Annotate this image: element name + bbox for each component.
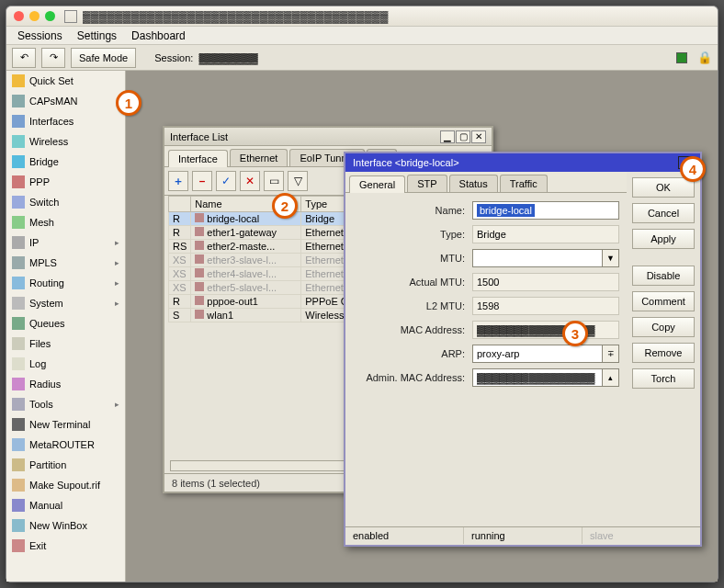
sidebar-item-new-terminal[interactable]: New Terminal — [6, 414, 125, 435]
sidebar-item-switch[interactable]: Switch — [6, 192, 125, 212]
interface-dialog-titlebar[interactable]: Interface <bridge-local> ▢ — [345, 153, 700, 172]
sidebar-item-quick-set[interactable]: Quick Set — [6, 71, 125, 91]
remove-button[interactable]: Remove — [632, 343, 695, 363]
sidebar-item-metarouter[interactable]: MetaROUTER — [6, 435, 125, 455]
copy-button[interactable]: Copy — [632, 317, 695, 337]
sidebar-item-queues[interactable]: Queues — [6, 313, 125, 334]
row-name: pppoe-out1 — [191, 295, 301, 309]
tab-status[interactable]: Status — [449, 175, 498, 192]
torch-button[interactable]: Torch — [632, 368, 695, 389]
tab-traffic[interactable]: Traffic — [500, 175, 548, 192]
menu-settings[interactable]: Settings — [77, 29, 117, 42]
sidebar-icon — [12, 479, 25, 492]
main-area: Quick SetCAPsMANInterfacesWirelessBridge… — [6, 71, 718, 582]
chevron-right-icon: ▸ — [115, 299, 119, 308]
add-button[interactable]: ＋ — [168, 171, 188, 191]
comment-button[interactable]: Comment — [632, 291, 695, 311]
arp-select[interactable]: proxy-arp — [472, 345, 603, 363]
sidebar-item-routing[interactable]: Routing▸ — [6, 273, 125, 293]
sidebar-item-tools[interactable]: Tools▸ — [6, 394, 125, 414]
sidebar-item-system[interactable]: System▸ — [6, 293, 125, 313]
sidebar-icon — [12, 438, 25, 451]
sidebar-title: RouterOS WinBox — [6, 479, 8, 576]
safe-mode-button[interactable]: Safe Mode — [71, 48, 136, 68]
sidebar-item-label: MPLS — [29, 257, 57, 268]
name-label: Name: — [353, 205, 472, 216]
sidebar-item-radius[interactable]: Radius — [6, 374, 125, 394]
annotation-badge-1: 1 — [116, 90, 141, 116]
sidebar-item-ip[interactable]: IP▸ — [6, 232, 125, 253]
tab-general[interactable]: General — [349, 175, 405, 193]
arp-dropdown-icon[interactable]: ∓ — [603, 345, 619, 363]
zoom-window-icon[interactable] — [45, 11, 55, 21]
sidebar-item-partition[interactable]: Partition — [6, 455, 125, 475]
sidebar-item-exit[interactable]: Exit — [6, 536, 125, 556]
cancel-button[interactable]: Cancel — [632, 203, 695, 223]
menu-sessions[interactable]: Sessions — [17, 29, 62, 42]
admin-mac-input[interactable]: ▓▓▓▓▓▓▓▓▓▓▓▓▓▓▓▓ — [472, 368, 603, 387]
interface-type-icon — [195, 296, 204, 305]
mtu-dropdown-icon[interactable]: ▼ — [603, 249, 619, 267]
chevron-right-icon: ▸ — [115, 258, 119, 267]
sidebar-item-new-winbox[interactable]: New WinBox — [6, 515, 125, 536]
sidebar-icon — [12, 357, 25, 370]
list-max-icon[interactable]: ▢ — [456, 130, 470, 143]
tab-ethernet[interactable]: Ethernet — [230, 149, 288, 166]
interface-type-icon — [195, 282, 204, 291]
interface-type-icon — [195, 268, 204, 277]
mtu-input[interactable] — [472, 249, 603, 267]
col-flag[interactable] — [169, 197, 191, 212]
sidebar-icon — [12, 115, 25, 128]
sidebar-item-make-supout-rif[interactable]: Make Supout.rif — [6, 475, 125, 495]
sidebar-icon — [12, 378, 25, 390]
l2-mtu-label: L2 MTU: — [353, 300, 472, 311]
remove-button[interactable]: － — [192, 171, 212, 191]
tab-stp[interactable]: STP — [407, 175, 447, 192]
annotation-badge-2: 2 — [272, 193, 298, 219]
sidebar-item-capsman[interactable]: CAPsMAN — [6, 91, 125, 111]
enable-button[interactable]: ✓ — [216, 171, 236, 191]
list-min-icon[interactable]: ▁ — [440, 130, 455, 143]
disable-button[interactable]: Disable — [632, 266, 695, 286]
filter-button[interactable]: ▽ — [288, 171, 308, 191]
minimize-window-icon[interactable] — [29, 11, 40, 21]
sidebar-icon — [12, 458, 25, 471]
interface-dialog: Interface <bridge-local> ▢ General STP S… — [344, 152, 702, 547]
interface-list-titlebar[interactable]: Interface List ▁ ▢ ✕ — [164, 128, 492, 146]
redo-button[interactable]: ↷ — [41, 48, 65, 68]
titlebar[interactable]: ▓▓▓▓▓▓▓▓▓▓▓▓▓▓▓▓▓▓▓▓▓▓▓▓▓▓▓▓▓▓▓▓▓▓▓▓▓▓ — [6, 6, 718, 27]
sidebar-item-files[interactable]: Files — [6, 334, 125, 354]
status-indicator-icon — [676, 52, 687, 63]
sidebar-item-label: Files — [29, 338, 51, 349]
sidebar-item-label: Tools — [29, 399, 53, 410]
list-close-icon[interactable]: ✕ — [471, 130, 486, 143]
sidebar-item-mesh[interactable]: Mesh — [6, 212, 125, 232]
sidebar-item-manual[interactable]: Manual — [6, 495, 125, 515]
sidebar-item-mpls[interactable]: MPLS▸ — [6, 253, 125, 273]
row-flag: R — [169, 295, 191, 309]
sidebar-item-interfaces[interactable]: Interfaces — [6, 111, 125, 131]
mac-label: MAC Address: — [353, 324, 472, 335]
row-name: ether2-maste... — [191, 240, 301, 254]
disable-button[interactable]: ✕ — [240, 171, 260, 191]
sidebar-icon — [12, 519, 25, 532]
sidebar-item-label: Routing — [29, 277, 64, 288]
name-input[interactable]: bridge-local — [472, 201, 619, 220]
sidebar-item-log[interactable]: Log — [6, 354, 125, 374]
sidebar-item-bridge[interactable]: Bridge — [6, 152, 125, 172]
tab-interface[interactable]: Interface — [168, 150, 228, 167]
row-name: ether5-slave-l... — [191, 281, 301, 295]
sidebar-item-wireless[interactable]: Wireless — [6, 131, 125, 152]
apply-button[interactable]: Apply — [632, 229, 695, 249]
comment-button[interactable]: ▭ — [264, 171, 284, 191]
close-window-icon[interactable] — [14, 11, 24, 21]
admin-mac-collapse-icon[interactable]: ▴ — [603, 368, 619, 387]
row-name: wlan1 — [191, 309, 301, 322]
sidebar-item-ppp[interactable]: PPP — [6, 172, 125, 192]
undo-button[interactable]: ↶ — [12, 48, 36, 68]
sidebar-item-label: Mesh — [29, 217, 54, 228]
menu-dashboard[interactable]: Dashboard — [131, 29, 186, 42]
arp-label: ARP: — [353, 348, 472, 359]
ok-button[interactable]: OK — [632, 177, 695, 198]
menubar: Sessions Settings Dashboard — [6, 27, 718, 45]
